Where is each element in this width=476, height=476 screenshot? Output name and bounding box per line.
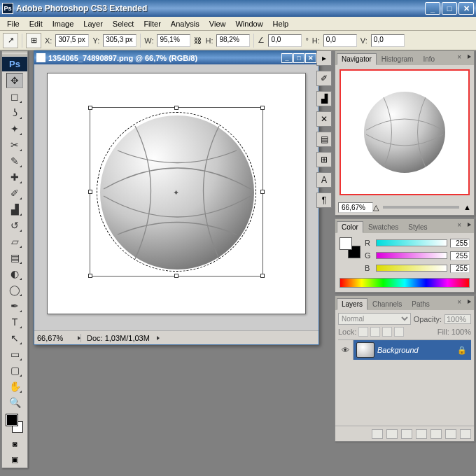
menu-help[interactable]: Help bbox=[269, 18, 293, 29]
strip-clone-icon[interactable]: ▟ bbox=[316, 91, 332, 106]
tab-info[interactable]: Info bbox=[418, 53, 440, 65]
tab-layers[interactable]: Layers bbox=[337, 298, 368, 310]
stamp-tool[interactable]: ▟ bbox=[6, 202, 23, 217]
zoom-in-icon[interactable]: ▲ bbox=[463, 203, 471, 211]
lock-pos-icon[interactable] bbox=[382, 327, 392, 337]
visibility-icon[interactable]: 👁 bbox=[338, 340, 354, 360]
tab-navigator[interactable]: Navigator bbox=[337, 53, 377, 65]
tab-swatches[interactable]: Swatches bbox=[363, 221, 403, 233]
navigator-thumbnail[interactable] bbox=[340, 69, 470, 195]
link-icon[interactable]: ⛓ bbox=[194, 36, 202, 45]
zoom-out-icon[interactable]: △ bbox=[373, 203, 379, 212]
lasso-tool[interactable]: ʖ bbox=[6, 105, 23, 120]
opacity-field[interactable]: 100% bbox=[444, 314, 471, 324]
strip-brush-icon[interactable]: ✐ bbox=[316, 71, 332, 86]
ps-logo[interactable]: Ps bbox=[2, 57, 27, 71]
center-point-icon[interactable]: ✦ bbox=[173, 188, 179, 197]
hand-tool[interactable]: ✋ bbox=[6, 379, 23, 394]
angle-input[interactable]: 0,0 bbox=[268, 34, 302, 47]
group-icon[interactable] bbox=[430, 429, 442, 439]
layers-close-icon[interactable]: × bbox=[457, 298, 461, 306]
minimize-button[interactable]: _ bbox=[425, 2, 440, 15]
screenmode-button[interactable]: ▣ bbox=[6, 452, 23, 466]
color-swatches[interactable] bbox=[2, 413, 27, 435]
type-tool[interactable]: T bbox=[6, 314, 23, 330]
layers-menu-icon[interactable] bbox=[468, 300, 471, 304]
tab-histogram[interactable]: Histogram bbox=[377, 53, 419, 65]
tab-color[interactable]: Color bbox=[337, 221, 363, 233]
menu-edit[interactable]: Edit bbox=[25, 18, 47, 29]
nav-close-icon[interactable]: × bbox=[457, 53, 461, 61]
transform-box[interactable]: ✦ bbox=[90, 107, 263, 276]
transform-tool-icon[interactable]: ↗ bbox=[3, 33, 18, 48]
strip-char-icon[interactable]: A bbox=[316, 172, 332, 188]
notes-tool[interactable]: ▢ bbox=[6, 363, 23, 378]
zoom-tool[interactable]: 🔍 bbox=[6, 395, 23, 410]
reference-point-icon[interactable]: ⊞ bbox=[26, 33, 41, 48]
new-layer-icon[interactable] bbox=[445, 429, 456, 439]
lock-all-icon[interactable] bbox=[394, 327, 404, 337]
mask-icon[interactable] bbox=[401, 429, 412, 439]
delete-layer-icon[interactable] bbox=[460, 429, 471, 439]
blend-mode-select[interactable]: Normal bbox=[338, 313, 411, 325]
blur-tool[interactable]: ◐ bbox=[6, 266, 23, 281]
doc-info[interactable]: Doc: 1,03M/1,03M bbox=[80, 334, 155, 342]
doc-minimize-button[interactable]: _ bbox=[281, 53, 293, 63]
dodge-tool[interactable]: ◯ bbox=[6, 282, 23, 298]
document-titlebar[interactable]: 1354065_74890897.png @ 66,7% (RGB/8) _ □… bbox=[34, 51, 318, 64]
menu-filter[interactable]: Filter bbox=[139, 18, 164, 29]
g-value[interactable]: 255 bbox=[450, 251, 470, 260]
crop-tool[interactable]: ✂ bbox=[6, 137, 23, 153]
hskew-input[interactable]: 0,0 bbox=[323, 34, 357, 47]
layer-row[interactable]: 👁 Background 🔒 bbox=[338, 340, 471, 360]
gradient-tool[interactable]: ▤ bbox=[6, 250, 23, 265]
color-close-icon[interactable]: × bbox=[457, 221, 461, 229]
quickmask-button[interactable]: ◙ bbox=[6, 437, 23, 451]
doc-maximize-button[interactable]: □ bbox=[293, 53, 304, 63]
doc-close-button[interactable]: ✕ bbox=[305, 53, 316, 63]
heal-tool[interactable]: ✚ bbox=[6, 169, 23, 185]
tab-channels[interactable]: Channels bbox=[368, 298, 407, 310]
vskew-input[interactable]: 0,0 bbox=[371, 34, 405, 47]
strip-options-icon[interactable]: ✕ bbox=[316, 111, 332, 127]
spectrum-bar[interactable] bbox=[340, 278, 470, 288]
wand-tool[interactable]: ✦ bbox=[6, 121, 23, 136]
g-slider[interactable] bbox=[376, 252, 447, 259]
h-input[interactable]: 98,2% bbox=[216, 34, 250, 47]
menu-window[interactable]: Window bbox=[231, 18, 267, 29]
strip-para-icon[interactable]: ¶ bbox=[316, 192, 332, 208]
menu-file[interactable]: File bbox=[3, 18, 24, 29]
link-layers-icon[interactable] bbox=[372, 429, 383, 439]
x-input[interactable]: 307,5 px bbox=[55, 34, 89, 47]
doc-info-menu-icon[interactable] bbox=[157, 336, 160, 340]
adjustment-icon[interactable] bbox=[416, 429, 427, 439]
nav-menu-icon[interactable] bbox=[468, 55, 471, 59]
nav-zoom-field[interactable]: 66,67% bbox=[338, 202, 373, 213]
strip-arrow-icon[interactable]: ▸ bbox=[316, 50, 332, 66]
menu-layer[interactable]: Layer bbox=[79, 18, 107, 29]
menu-select[interactable]: Select bbox=[108, 18, 139, 29]
eyedropper-tool[interactable]: ✎ bbox=[6, 153, 23, 169]
tab-styles[interactable]: Styles bbox=[403, 221, 432, 233]
history-brush-tool[interactable]: ↺ bbox=[6, 218, 23, 233]
color-menu-icon[interactable] bbox=[468, 223, 471, 227]
lock-trans-icon[interactable] bbox=[358, 327, 368, 337]
nav-zoom-slider[interactable] bbox=[383, 206, 459, 209]
layer-thumbnail[interactable] bbox=[356, 342, 374, 358]
path-tool[interactable]: ↖ bbox=[6, 330, 23, 346]
layer-name[interactable]: Background bbox=[377, 346, 457, 354]
b-value[interactable]: 255 bbox=[450, 264, 470, 273]
zoom-field[interactable]: 66,67% bbox=[34, 334, 76, 342]
menu-image[interactable]: Image bbox=[48, 18, 78, 29]
lock-paint-icon[interactable] bbox=[370, 327, 380, 337]
y-input[interactable]: 305,3 px bbox=[103, 34, 136, 47]
eraser-tool[interactable]: ▱ bbox=[6, 234, 23, 249]
r-value[interactable]: 255 bbox=[450, 239, 470, 248]
menu-view[interactable]: View bbox=[205, 18, 230, 29]
marquee-tool[interactable]: ◻ bbox=[6, 89, 23, 104]
strip-tools-icon[interactable]: ⊞ bbox=[316, 152, 332, 167]
shape-tool[interactable]: ▭ bbox=[6, 346, 23, 362]
fx-icon[interactable] bbox=[386, 429, 398, 439]
brush-tool[interactable]: ✐ bbox=[6, 186, 23, 201]
panel-swatches[interactable] bbox=[340, 237, 360, 258]
